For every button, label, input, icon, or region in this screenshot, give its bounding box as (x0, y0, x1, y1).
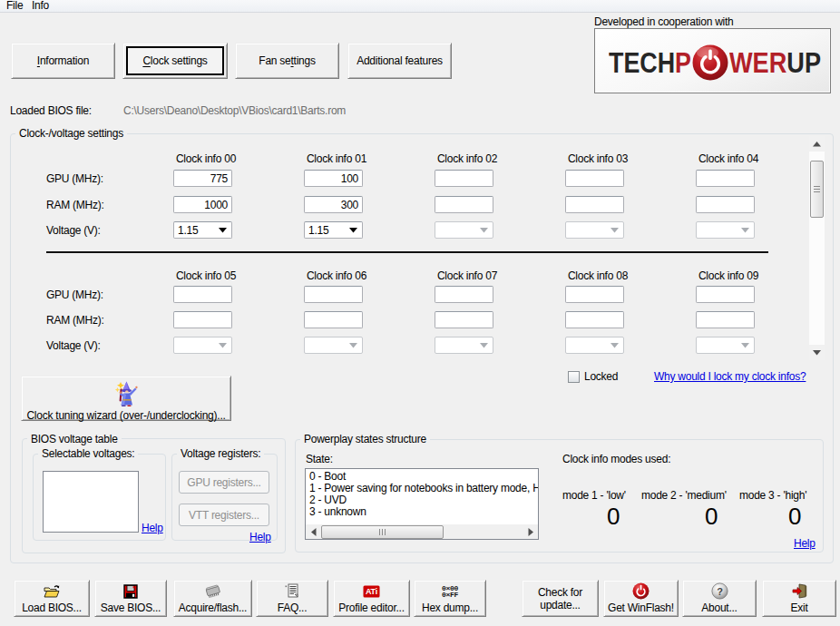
svg-text:ATi: ATi (366, 587, 377, 596)
svg-text:?: ? (717, 586, 723, 597)
